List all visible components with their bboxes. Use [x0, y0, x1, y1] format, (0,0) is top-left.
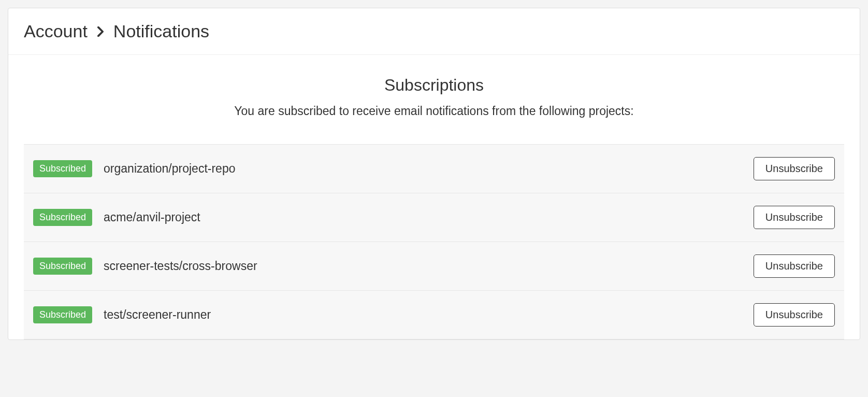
unsubscribe-button[interactable]: Unsubscribe [754, 303, 835, 327]
project-name: test/screener-runner [104, 308, 742, 322]
project-name: organization/project-repo [104, 162, 742, 176]
breadcrumb: Account Notifications [24, 21, 844, 41]
subscriptions-list: Subscribedorganization/project-repoUnsub… [24, 144, 844, 339]
panel-heading: Account Notifications [8, 8, 860, 55]
section-title: Subscriptions [24, 76, 844, 95]
project-name: screener-tests/cross-browser [104, 259, 742, 273]
project-name: acme/anvil-project [104, 210, 742, 224]
status-badge: Subscribed [33, 209, 92, 226]
subscription-row: Subscribedtest/screener-runnerUnsubscrib… [24, 291, 844, 339]
notifications-panel: Account Notifications Subscriptions You … [8, 8, 860, 340]
unsubscribe-button[interactable]: Unsubscribe [754, 206, 835, 229]
subscription-row: Subscribedscreener-tests/cross-browserUn… [24, 242, 844, 291]
status-badge: Subscribed [33, 306, 92, 323]
breadcrumb-current: Notifications [113, 21, 209, 41]
panel-body: Subscriptions You are subscribed to rece… [8, 55, 860, 339]
breadcrumb-parent-link[interactable]: Account [24, 21, 88, 41]
status-badge: Subscribed [33, 160, 92, 177]
section-description: You are subscribed to receive email noti… [24, 104, 844, 118]
unsubscribe-button[interactable]: Unsubscribe [754, 157, 835, 180]
status-badge: Subscribed [33, 258, 92, 275]
unsubscribe-button[interactable]: Unsubscribe [754, 254, 835, 278]
subscription-row: Subscribedorganization/project-repoUnsub… [24, 145, 844, 193]
subscription-row: Subscribedacme/anvil-projectUnsubscribe [24, 193, 844, 242]
chevron-right-icon [97, 26, 104, 37]
